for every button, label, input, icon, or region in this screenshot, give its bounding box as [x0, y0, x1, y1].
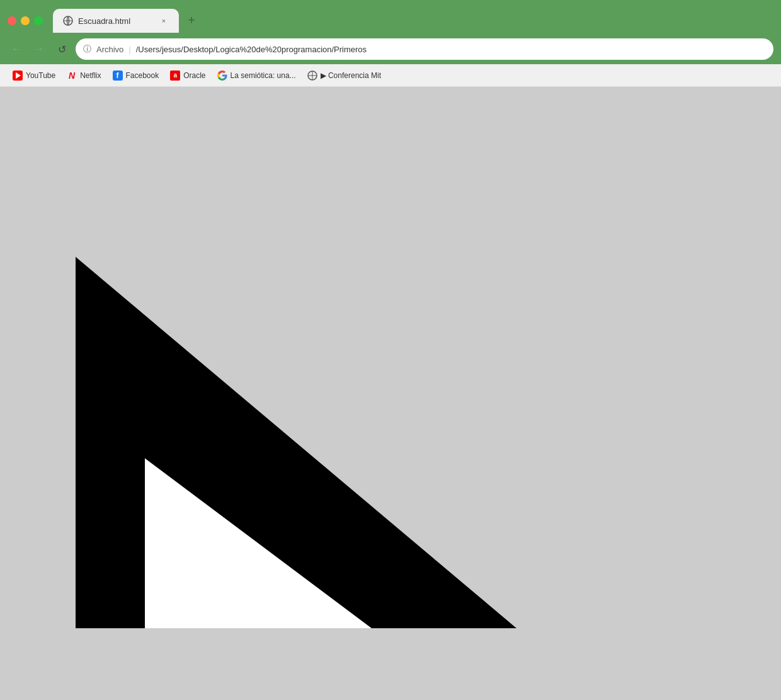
- address-source-label: Archivo: [96, 45, 123, 54]
- address-info-icon: ⓘ: [83, 43, 91, 55]
- youtube-favicon: [13, 71, 23, 81]
- traffic-lights: [8, 16, 43, 25]
- escuadra-drawing: [38, 87, 743, 691]
- address-separator: |: [128, 45, 130, 54]
- bookmark-youtube[interactable]: YouTube: [8, 69, 60, 82]
- address-bar-row: ← → ↺ ⓘ Archivo | /Users/jesus/Desktop/L…: [0, 35, 781, 64]
- netflix-favicon: N: [67, 71, 77, 81]
- tab-favicon: [63, 16, 73, 26]
- back-button[interactable]: ←: [8, 40, 25, 58]
- active-tab[interactable]: Escuadra.html ×: [53, 9, 179, 33]
- tab-close-button[interactable]: ×: [159, 16, 169, 26]
- bookmark-netflix[interactable]: N Netflix: [62, 69, 106, 82]
- maximize-button[interactable]: [34, 16, 43, 25]
- bookmark-conferencia[interactable]: ▶ Conferencia Mit: [302, 69, 386, 82]
- bookmark-facebook-label: Facebook: [126, 71, 159, 80]
- bookmark-youtube-label: YouTube: [26, 71, 55, 80]
- title-bar: Escuadra.html × +: [0, 0, 781, 35]
- bookmark-netflix-label: Netflix: [80, 71, 101, 80]
- bookmarks-bar: YouTube N Netflix f Facebook a Oracle: [0, 64, 781, 87]
- address-bar[interactable]: ⓘ Archivo | /Users/jesus/Desktop/Logica%…: [76, 38, 773, 60]
- forward-button[interactable]: →: [30, 40, 48, 58]
- tab-title: Escuadra.html: [78, 16, 154, 26]
- browser-chrome: Escuadra.html × + ← → ↺ ⓘ Archivo | /Use…: [0, 0, 781, 87]
- minimize-button[interactable]: [21, 16, 30, 25]
- conferencia-favicon: [307, 71, 317, 81]
- reload-button[interactable]: ↺: [53, 40, 71, 58]
- bookmark-facebook[interactable]: f Facebook: [108, 69, 164, 82]
- youtube-play-icon: [16, 72, 21, 79]
- new-tab-button[interactable]: +: [181, 10, 202, 30]
- netflix-n-icon: N: [69, 71, 75, 81]
- bookmark-semiotica-label: La semiótica: una...: [231, 71, 296, 80]
- close-button[interactable]: [8, 16, 16, 25]
- bookmark-oracle-label: Oracle: [183, 71, 205, 80]
- bookmark-semiotica[interactable]: La semiótica: una...: [212, 69, 301, 82]
- bookmark-oracle[interactable]: a Oracle: [165, 69, 210, 82]
- facebook-favicon: f: [113, 71, 123, 81]
- tab-bar: Escuadra.html × +: [53, 9, 202, 33]
- google-favicon: [217, 71, 227, 81]
- bookmark-conferencia-label: ▶ Conferencia Mit: [321, 71, 381, 80]
- page-content: [0, 87, 781, 700]
- oracle-favicon: a: [170, 71, 180, 81]
- address-path: /Users/jesus/Desktop/Logica%20de%20progr…: [136, 45, 367, 54]
